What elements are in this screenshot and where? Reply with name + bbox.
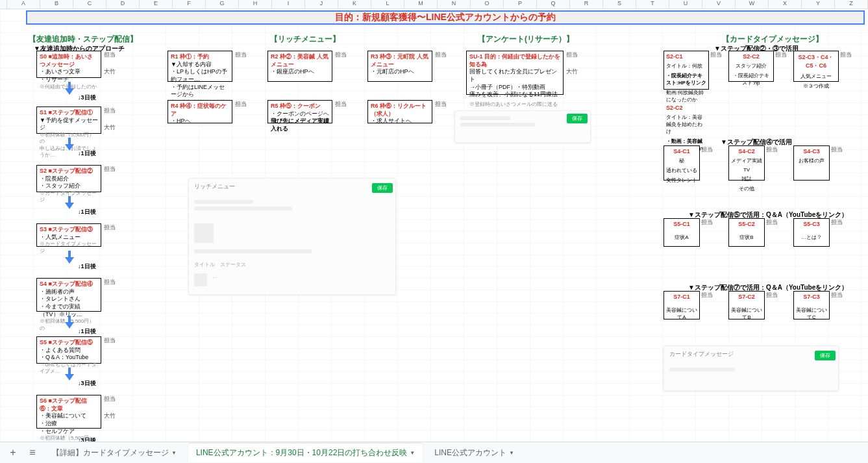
name-s0: 大竹: [104, 68, 116, 76]
card-s5c2[interactable]: S5-C2 症状B: [728, 218, 765, 247]
days-1a: ↓1日後: [78, 149, 96, 158]
card-s2c1[interactable]: S2-C1 タイトル：何故 ・院長紹介テキスト:HPをリンク 動画:何故鍼灸師に…: [663, 51, 709, 90]
card-s5c1[interactable]: S5-C1 症状A: [663, 218, 700, 247]
tantou-s5c2: 担当: [766, 218, 778, 227]
card-s7c3[interactable]: S7-C3 美容鍼についてC: [793, 291, 830, 319]
col-Q[interactable]: Q: [537, 0, 570, 8]
col-A[interactable]: A: [7, 0, 40, 8]
col-X[interactable]: X: [769, 0, 802, 8]
tantou-s4: 担当: [104, 278, 116, 286]
days-3c: ↓3日後: [78, 436, 96, 442]
section-card: 【カードタイプメッセージ】: [701, 34, 844, 45]
card-s7c1[interactable]: S7-C1 美容鍼についてA: [663, 291, 700, 319]
arrow-icon: [65, 196, 74, 209]
box-r5[interactable]: R5 枠⑤：クーポン ・クーポンのページへ 飛び先にメディア実績入れる: [267, 100, 332, 123]
box-s0[interactable]: S0 ■追加時：あいさつメッセージ ・あいさつ文章 ・リサーチ ※何経由で登録し…: [36, 51, 101, 78]
col-Z[interactable]: Z: [835, 0, 868, 8]
tantou-s4c1: 担当: [701, 145, 713, 154]
col-E[interactable]: E: [140, 0, 173, 8]
col-J[interactable]: J: [305, 0, 338, 8]
tantou-s0: 担当: [104, 51, 116, 59]
col-L[interactable]: L: [371, 0, 404, 8]
box-r4[interactable]: R4 枠④：症状毎のケア ・HPへ: [167, 100, 232, 123]
days-3b: ↓3日後: [78, 379, 96, 388]
name-s6: 大竹: [104, 412, 116, 420]
box-s6[interactable]: S6 ■ステップ配信⑥：文章 ・美容鍼について ・治療 ・セルフケア ※初回体験…: [36, 395, 101, 429]
tantou-su: 担当: [566, 51, 578, 59]
card-s4c1[interactable]: S4-C1 秘 通われている 女性タレント: [663, 145, 700, 181]
box-s5[interactable]: S5 ■ステップ配信⑤ ・よくある質問 ・Q＆A：YouTube →URLもしく…: [36, 336, 101, 364]
days-1c: ↓1日後: [78, 262, 96, 271]
card-s7c2[interactable]: S7-C2 美容鍼についてB: [728, 291, 765, 319]
tantou-r6: 担当: [435, 100, 447, 108]
card-s4c3[interactable]: S4-C3 お客様の声: [793, 145, 830, 181]
col-K[interactable]: K: [338, 0, 371, 8]
arrow-icon: [65, 138, 74, 151]
col-P[interactable]: P: [504, 0, 537, 8]
tantou-c1: 担当: [710, 51, 722, 59]
col-D[interactable]: D: [106, 0, 140, 8]
card-s4c2[interactable]: S4-C2 メディア実績 TV 雑誌 その他: [728, 145, 765, 181]
arrow-icon: [65, 82, 74, 95]
box-survey[interactable]: SU-1 目的：何経由で登録したかを知る為 回答してくれた方全員にプレゼント →…: [466, 51, 564, 95]
tantou-r3: 担当: [435, 51, 447, 59]
tantou-r1: 担当: [235, 51, 247, 59]
col-N[interactable]: N: [438, 0, 471, 8]
tantou-c3: 担当: [840, 51, 852, 59]
sheet-canvas[interactable]: 目的：新規顧客獲得〜LINE公式アカウントからの予約 【友達追加時・ステップ配信…: [0, 9, 868, 442]
days-3a: ↓3日後: [78, 94, 96, 102]
card-s5c3[interactable]: S5-C3 …とは？: [793, 218, 830, 247]
box-s2[interactable]: S2 ■ステップ配信② ・院長紹介 ・スタッフ紹介 ※カードタイプメッセージ: [36, 165, 101, 192]
col-W[interactable]: W: [736, 0, 769, 8]
col-H[interactable]: H: [239, 0, 272, 8]
col-T[interactable]: T: [636, 0, 669, 8]
box-r3[interactable]: R3 枠③：元町院 人気メニュー ・元町店のHPへ: [367, 51, 432, 82]
tantou-s4c3: 担当: [831, 145, 843, 154]
name-su: 大竹: [566, 68, 578, 76]
section-step: 【友達追加時・ステップ配信】: [18, 34, 148, 45]
mockup-richmenu: リッチメニュー 保存 タイトルステータス …: [188, 178, 396, 295]
arrow-icon: [65, 368, 74, 381]
column-headers: A B C D E F G H I J K L M N O P Q R S T …: [0, 0, 868, 9]
title-cell[interactable]: 目的：新規顧客獲得〜LINE公式アカウントからの予約: [26, 10, 865, 25]
days-1d: ↓1日後: [78, 327, 96, 336]
col-C[interactable]: C: [73, 0, 106, 8]
col-B[interactable]: B: [40, 0, 73, 8]
col-M[interactable]: M: [404, 0, 438, 8]
tantou-s5c1: 担当: [701, 218, 713, 227]
col-G[interactable]: G: [206, 0, 239, 8]
col-V[interactable]: V: [702, 0, 736, 8]
arrow-icon: [65, 316, 74, 329]
days-1b: ↓1日後: [78, 208, 96, 216]
tantou-s1: 担当: [104, 106, 116, 115]
name-s1: 大竹: [104, 123, 116, 132]
box-s3[interactable]: S3 ■ステップ配信③ ・人気メニュー ※カードタイプメッセージ: [36, 223, 101, 247]
tantou-s3: 担当: [104, 223, 116, 232]
section-rich: 【リッチメニュー】: [247, 34, 364, 45]
tantou-c2: 担当: [775, 51, 787, 59]
spreadsheet-viewport[interactable]: A B C D E F G H I J K L M N O P Q R S T …: [0, 0, 868, 442]
section-survey: 【アンケート(リサーチ）】: [467, 34, 584, 45]
tantou-s7c2: 担当: [766, 291, 778, 299]
tantou-s6: 担当: [104, 395, 116, 403]
col-O[interactable]: O: [471, 0, 504, 8]
mockup-survey: 保存: [454, 110, 591, 143]
mockup-cardtype: カードタイプメッセージ 保存: [663, 345, 839, 391]
tantou-r2: 担当: [335, 51, 347, 59]
tantou-s7c3: 担当: [831, 291, 843, 299]
col-I[interactable]: I: [272, 0, 305, 8]
col-R[interactable]: R: [570, 0, 603, 8]
col-S[interactable]: S: [603, 0, 636, 8]
box-s1[interactable]: S1 ■ステップ配信① ▼予約を促すメッセージ ※初回体験（5,500円）の 申…: [36, 106, 101, 134]
box-s4[interactable]: S4 ■ステップ配信④ ・施術者の声 ・タレントさん ・今までの実績（TV）※リ…: [36, 278, 101, 312]
col-Y[interactable]: Y: [802, 0, 835, 8]
col-U[interactable]: U: [669, 0, 702, 8]
col-F[interactable]: F: [173, 0, 206, 8]
tantou-s5: 担当: [104, 336, 116, 345]
box-r6[interactable]: R6 枠⑥：リクルート（求人） ・求人サイトへ: [367, 100, 432, 123]
tantou-s4c2: 担当: [766, 145, 778, 154]
box-r1[interactable]: R1 枠①：予約 ▼入却する内容 ・LPもしくはHPの予約フォー… ・予約はLI…: [167, 51, 232, 82]
card-s2c3[interactable]: S2-C3・C4・C5・C6 人気メニュー ※３つ作成: [793, 51, 839, 82]
card-s2c2[interactable]: S2-C2 スタッフ紹介 ・院長紹介テキスト:hp: [728, 51, 774, 82]
box-r2[interactable]: R2 枠②：美容鍼 人気メニュー ・銀座店のHPへ: [267, 51, 332, 82]
